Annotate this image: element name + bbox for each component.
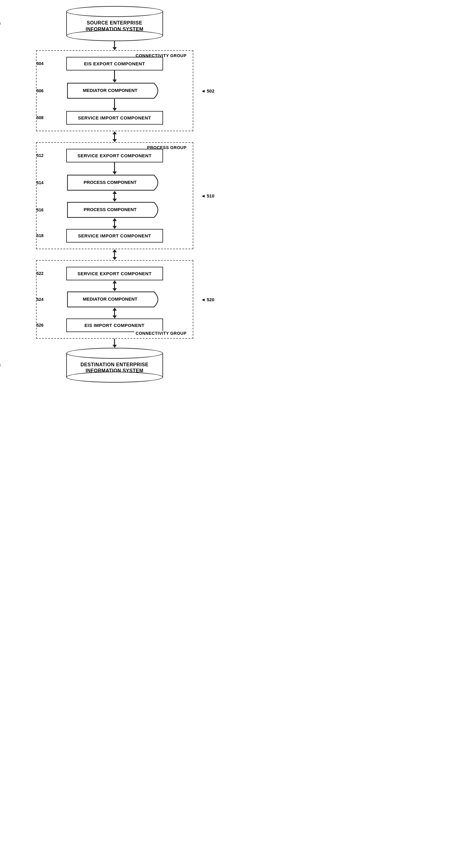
arrow-514-516 (113, 191, 117, 202)
process-component-wrap-514: 514 PROCESS COMPONENT (46, 175, 184, 191)
ref-518: 518 (37, 233, 43, 238)
ref-506: 506 (37, 88, 43, 93)
process-component-516: PROCESS COMPONENT (66, 202, 163, 218)
arrow-line (114, 99, 115, 108)
service-import-wrap-2: 518 SERVICE IMPORT COMPONENT (46, 229, 184, 243)
svg-text:PROCESS COMPONENT: PROCESS COMPONENT (84, 207, 136, 212)
ref-500: 500 (0, 21, 1, 26)
arrow-line (114, 134, 115, 139)
destination-eis: DESTINATION ENTERPRISEINFORMATION SYSTEM (66, 348, 163, 383)
arrow-head-down (113, 288, 117, 291)
ref-516: 516 (37, 208, 43, 212)
arrow-line (114, 70, 115, 80)
service-import-wrap-1: 508 SERVICE IMPORT COMPONENT (46, 111, 184, 125)
mediator-component-1: MEDIATOR COMPONENT (66, 83, 163, 99)
service-export-component-1: SERVICE EXPORT COMPONENT (66, 149, 163, 162)
arrow-source-to-cg1 (113, 41, 117, 50)
group-ref-520: ◄ 520 (201, 297, 214, 302)
arrow-head-down (113, 226, 117, 229)
svg-text:PROCESS COMPONENT: PROCESS COMPONENT (84, 180, 136, 185)
arrow-head (113, 108, 117, 111)
arrow-head-up (113, 191, 117, 194)
cylinder-top-dest (66, 348, 163, 359)
service-import-component-1: SERVICE IMPORT COMPONENT (66, 111, 163, 125)
connectivity-group-2-container: 522 SERVICE EXPORT COMPONENT 524 MEDIATO… (36, 260, 193, 339)
arrow-line (114, 41, 115, 47)
ref-512: 512 (37, 153, 43, 158)
arrow-head-down (113, 315, 117, 318)
mediator-svg-2: MEDIATOR COMPONENT (66, 291, 163, 308)
process-component-wrap-516: 516 PROCESS COMPONENT (46, 202, 184, 218)
ref-514: 514 (37, 180, 43, 185)
service-import-component-2: SERVICE IMPORT COMPONENT (66, 229, 163, 243)
process-group: PROCESS GROUP 512 SERVICE EXPORT COMPONE… (36, 142, 193, 249)
arrow-line (114, 194, 115, 199)
arrow-head (113, 172, 117, 175)
group-ref-510: ◄ 510 (201, 193, 214, 198)
arrow-head-up (113, 218, 117, 221)
process-svg-516: PROCESS COMPONENT (66, 202, 163, 218)
arrow-line (114, 339, 115, 345)
svg-text:MEDIATOR COMPONENT: MEDIATOR COMPONENT (83, 88, 137, 93)
ref-524: 524 (37, 297, 43, 302)
mediator-wrap-2: 524 MEDIATOR COMPONENT (46, 291, 184, 308)
ref-528: 528 (0, 363, 1, 368)
side-ref-arrow-510: ◄ (201, 193, 206, 198)
arrow-head (113, 345, 117, 348)
source-eis-container: 500 SOURCE ENTERPRISEINFORMATION SYSTEM (9, 6, 220, 41)
side-ref-arrow: ◄ (201, 88, 206, 93)
process-group-container: PROCESS GROUP 512 SERVICE EXPORT COMPONE… (36, 142, 193, 249)
arrow-head-down (113, 257, 117, 260)
arrow-524-526 (113, 308, 117, 318)
arrow-head-up (113, 131, 117, 134)
process-component-514: PROCESS COMPONENT (66, 175, 163, 191)
arrow-head (113, 47, 117, 50)
cylinder-bottom (66, 30, 163, 41)
architecture-diagram: 500 SOURCE ENTERPRISEINFORMATION SYSTEM … (9, 6, 220, 382)
eis-export-component: EIS EXPORT COMPONENT (66, 57, 163, 70)
arrow-cg1-pg (113, 131, 117, 142)
mediator-svg-1: MEDIATOR COMPONENT (66, 83, 163, 99)
arrow-head (113, 80, 117, 83)
ref-526: 526 (37, 323, 43, 328)
side-ref-arrow-520: ◄ (201, 297, 206, 302)
arrow-504-506 (113, 70, 117, 83)
group-ref-502: ◄ 502 (201, 88, 214, 93)
arrow-line (114, 252, 115, 257)
arrow-head-up (113, 280, 117, 283)
eis-import-wrap: 526 EIS IMPORT COMPONENT (46, 318, 184, 332)
mediator-wrap-1: 506 MEDIATOR COMPONENT (46, 83, 184, 99)
mediator-component-2: MEDIATOR COMPONENT (66, 291, 163, 308)
ref-504: 504 (37, 61, 43, 66)
process-svg-514: PROCESS COMPONENT (66, 175, 163, 191)
connectivity-group-2: 522 SERVICE EXPORT COMPONENT 524 MEDIATO… (36, 260, 193, 339)
arrow-head-down (113, 139, 117, 142)
arrow-head-up (113, 249, 117, 252)
arrow-line (114, 221, 115, 226)
connectivity-group-1-container: CONNECTIVITY GROUP 504 EIS EXPORT COMPON… (36, 50, 193, 131)
arrow-512-514 (113, 162, 117, 175)
arrow-line (114, 311, 115, 315)
arrow-506-508 (113, 99, 117, 111)
ref-522: 522 (37, 271, 43, 276)
connectivity-group-2-label: CONNECTIVITY GROUP (134, 331, 188, 336)
arrow-516-518 (113, 218, 117, 229)
service-export-wrap-1: 512 SERVICE EXPORT COMPONENT (46, 149, 184, 162)
arrow-head-down (113, 199, 117, 202)
eis-import-component: EIS IMPORT COMPONENT (66, 318, 163, 332)
ref-508: 508 (37, 115, 43, 120)
ref-510: 510 (207, 193, 214, 198)
arrow-cg2-dest (113, 339, 117, 348)
eis-export-wrap: 504 EIS EXPORT COMPONENT (46, 57, 184, 70)
destination-eis-container: 528 DESTINATION ENTERPRISEINFORMATION SY… (9, 348, 220, 383)
ref-520: 520 (207, 297, 214, 302)
arrow-pg-cg2 (113, 249, 117, 260)
arrow-head-up (113, 308, 117, 311)
svg-text:MEDIATOR COMPONENT: MEDIATOR COMPONENT (83, 297, 137, 302)
arrow-line (114, 283, 115, 288)
arrow-line (114, 162, 115, 172)
cylinder-top (66, 6, 163, 17)
arrow-522-524 (113, 280, 117, 291)
connectivity-group-1: CONNECTIVITY GROUP 504 EIS EXPORT COMPON… (36, 50, 193, 131)
service-export-component-2: SERVICE EXPORT COMPONENT (66, 267, 163, 280)
